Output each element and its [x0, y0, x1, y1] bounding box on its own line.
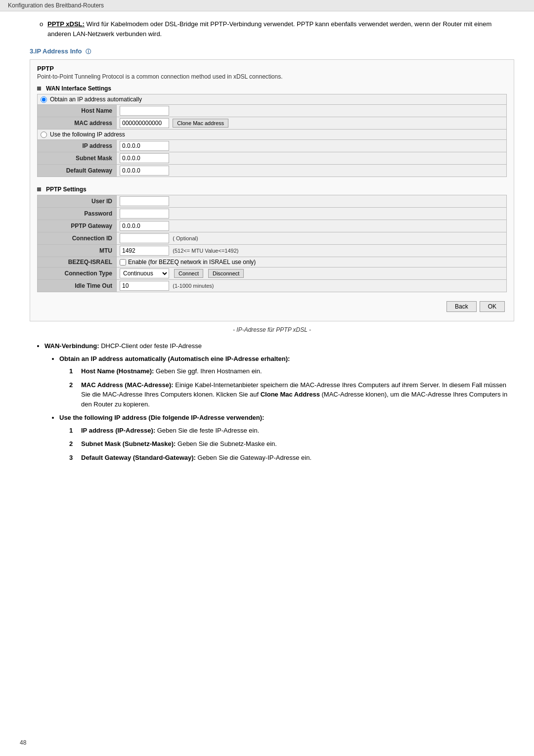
idle-time-out-input[interactable]	[120, 281, 169, 291]
section-title-text: 3.IP Address Info	[30, 47, 82, 55]
host-name-label: Host Name	[38, 105, 117, 117]
connection-id-row: Connection ID ( Optional)	[38, 232, 507, 245]
connection-id-input[interactable]	[120, 233, 169, 243]
subnet-mask-value	[117, 152, 507, 165]
num-1: 1	[69, 366, 77, 376]
section-title-icon[interactable]: ⓘ	[86, 48, 91, 54]
connect-button[interactable]: Connect	[174, 269, 203, 278]
intro-bold: PPTP xDSL:	[47, 20, 85, 28]
sub-bullet-following: Use the following IP address (Die folgen…	[59, 413, 514, 462]
panel-footer: Back OK	[37, 297, 507, 314]
numbered-list-following: 1 IP address (IP-Adresse): Geben Sie die…	[59, 426, 514, 463]
wan-interface-section: WAN Interface Settings Obtain an IP addr…	[37, 85, 507, 177]
bullet-wan: WAN-Verbindung: DHCP-Client oder feste I…	[44, 341, 514, 462]
pptp-gateway-row: PPTP Gateway	[38, 220, 507, 232]
obtain-radio-label[interactable]: Obtain an IP address automatically	[41, 96, 503, 103]
use-following-radio-label[interactable]: Use the following IP address	[41, 131, 503, 138]
item-f1-text: IP address (IP-Adresse): Geben Sie die f…	[81, 426, 259, 436]
ip-address-input[interactable]	[120, 141, 169, 151]
mtu-input[interactable]	[120, 246, 169, 256]
bezeq-israel-value: Enable (for BEZEQ network in ISRAEL use …	[117, 257, 507, 267]
pptp-gateway-value	[117, 220, 507, 232]
pptp-bullet	[37, 187, 41, 191]
bullet-wan-text: DHCP-Client oder feste IP-Adresse	[101, 342, 202, 350]
caption: - IP-Adresse für PPTP xDSL -	[30, 326, 514, 333]
numbered-item-f3: 3 Default Gateway (Standard-Gateway): Ge…	[69, 453, 514, 463]
subnet-mask-label: Subnet Mask	[38, 152, 117, 165]
sub-bullet-obtain: Obtain an IP address automatically (Auto…	[59, 354, 514, 409]
connection-id-label: Connection ID	[38, 232, 117, 245]
numbered-item-f2: 2 Subnet Mask (Subnetz-Maske): Geben Sie…	[69, 439, 514, 449]
num-2: 2	[69, 380, 77, 409]
wan-section-label: WAN Interface Settings	[37, 85, 507, 92]
ip-address-label: IP address	[38, 140, 117, 152]
mtu-hint: (512<= MTU Value<=1492)	[173, 248, 238, 254]
disconnect-button[interactable]: Disconnect	[208, 269, 244, 278]
body-bullets: WAN-Verbindung: DHCP-Client oder feste I…	[30, 341, 514, 462]
mac-address-row: MAC address Clone Mac address	[38, 117, 507, 130]
mac-address-label: MAC address	[38, 117, 117, 130]
default-gateway-label: Default Gateway	[38, 165, 117, 177]
idle-time-out-value: (1-1000 minutes)	[117, 280, 507, 292]
default-gateway-input[interactable]	[120, 166, 169, 176]
page-header-title: Konfiguration des Breitband-Routers	[8, 2, 104, 9]
mtu-row: MTU (512<= MTU Value<=1492)	[38, 245, 507, 257]
bezeq-checkbox-cell: Enable (for BEZEQ network in ISRAEL use …	[120, 259, 503, 266]
sub-bullet-obtain-bold: Obtain an IP address automatically (Auto…	[59, 355, 290, 362]
num-f2: 2	[69, 439, 77, 449]
connection-type-value: Continuous Connect on Demand Manual Conn…	[117, 267, 507, 280]
idle-time-out-row: Idle Time Out (1-1000 minutes)	[38, 280, 507, 292]
use-following-row: Use the following IP address	[38, 130, 507, 140]
ok-button[interactable]: OK	[480, 301, 505, 312]
mac-address-input[interactable]	[120, 118, 169, 128]
wan-table: Obtain an IP address automatically Host …	[37, 94, 507, 177]
obtain-radio-row: Obtain an IP address automatically	[38, 94, 507, 105]
host-name-row: Host Name	[38, 105, 507, 117]
clone-mac-button[interactable]: Clone Mac address	[173, 119, 228, 128]
use-following-radio[interactable]	[41, 132, 47, 138]
ip-address-row: IP address	[38, 140, 507, 152]
pptp-desc: Point-to-Point Tunneling Protocol is a c…	[37, 73, 507, 80]
section-title: 3.IP Address Info ⓘ	[30, 47, 514, 55]
form-panel: PPTP Point-to-Point Tunneling Protocol i…	[30, 59, 514, 321]
idle-time-out-label: Idle Time Out	[38, 280, 117, 292]
numbered-list-obtain: 1 Host Name (Hostname): Geben Sie ggf. I…	[59, 366, 514, 409]
bezeq-israel-label: BEZEQ-ISRAEL	[38, 257, 117, 267]
pptp-table: User ID Password PPTP Gateway	[37, 195, 507, 292]
user-id-input[interactable]	[120, 196, 169, 206]
use-following-label-text: Use the following IP address	[50, 131, 125, 138]
mac-address-value: Clone Mac address	[117, 117, 507, 130]
intro-text: Wird für Kabelmodem oder DSL-Bridge mit …	[47, 20, 491, 38]
connection-type-label: Connection Type	[38, 267, 117, 280]
connection-id-hint: ( Optional)	[173, 235, 198, 241]
intro-item: PPTP xDSL: Wird für Kabelmodem oder DSL-…	[40, 19, 514, 39]
bezeq-checkbox[interactable]	[120, 259, 126, 266]
password-row: Password	[38, 208, 507, 220]
connection-type-row: Connection Type Continuous Connect on De…	[38, 267, 507, 280]
mtu-value: (512<= MTU Value<=1492)	[117, 245, 507, 257]
pptp-title: PPTP	[37, 65, 507, 72]
pptp-settings-label-text: PPTP Settings	[46, 186, 87, 193]
item-f2-text: Subnet Mask (Subnetz-Maske): Geben Sie d…	[81, 439, 277, 449]
pptp-settings-label: PPTP Settings	[37, 186, 507, 193]
bullet-wan-bold: WAN-Verbindung:	[44, 342, 99, 350]
user-id-label: User ID	[38, 195, 117, 208]
mtu-label: MTU	[38, 245, 117, 257]
page-header: Konfiguration des Breitband-Routers	[0, 0, 534, 11]
pptp-gateway-input[interactable]	[120, 221, 169, 231]
num-f3: 3	[69, 453, 77, 463]
obtain-radio[interactable]	[41, 96, 47, 103]
connection-type-cell: Continuous Connect on Demand Manual Conn…	[120, 268, 503, 278]
back-button[interactable]: Back	[446, 301, 477, 312]
connection-id-value: ( Optional)	[117, 232, 507, 245]
bezeq-checkbox-label: Enable (for BEZEQ network in ISRAEL use …	[128, 259, 256, 266]
user-id-row: User ID	[38, 195, 507, 208]
intro-block: PPTP xDSL: Wird für Kabelmodem oder DSL-…	[30, 19, 514, 39]
connection-type-select[interactable]: Continuous Connect on Demand Manual	[120, 268, 169, 278]
password-input[interactable]	[120, 209, 169, 219]
host-name-input[interactable]	[120, 106, 169, 116]
subnet-mask-input[interactable]	[120, 153, 169, 163]
default-gateway-value	[117, 165, 507, 177]
numbered-item-2: 2 MAC Address (MAC-Adresse): Einige Kabe…	[69, 380, 514, 409]
num-f1: 1	[69, 426, 77, 436]
